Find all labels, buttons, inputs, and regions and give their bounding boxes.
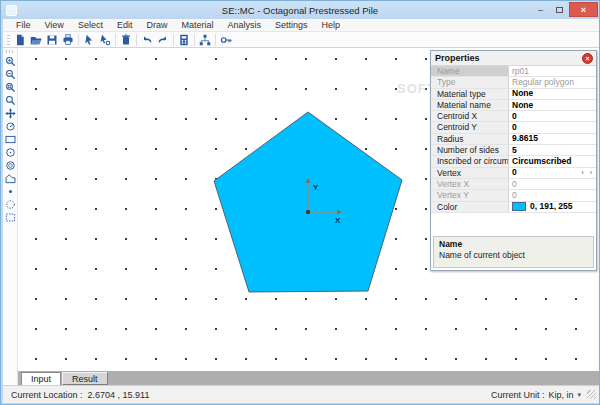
minimize-button[interactable]: – <box>531 2 550 17</box>
property-label: Vertex X <box>431 179 509 189</box>
zoom-in-button[interactable] <box>4 55 17 68</box>
rectangle-tool-button[interactable] <box>4 133 17 146</box>
circle-tool-button[interactable] <box>4 146 17 159</box>
save-button[interactable] <box>44 33 60 47</box>
property-row-centroid-y[interactable]: Centroid Y0 <box>431 122 596 133</box>
menu-select[interactable]: Select <box>71 19 110 32</box>
toolbar-separator <box>115 34 116 46</box>
toolbar-separator <box>215 34 216 46</box>
property-value[interactable]: None <box>509 100 596 110</box>
property-row-vertex-x[interactable]: Vertex X0 <box>431 179 596 190</box>
property-row-radius[interactable]: Radius9.8615 <box>431 134 596 145</box>
property-label: Vertex Y <box>431 190 509 200</box>
property-value[interactable]: 0‹ › <box>509 168 596 178</box>
new-file-button[interactable] <box>12 33 28 47</box>
color-swatch[interactable] <box>512 202 526 211</box>
open-icon <box>30 34 42 46</box>
resize-grip[interactable] <box>587 390 596 399</box>
property-label: Centroid Y <box>431 122 509 132</box>
delete-button[interactable] <box>118 33 134 47</box>
zoom-window-button[interactable] <box>4 81 17 94</box>
property-description-box: Name Name of current object <box>433 236 594 268</box>
property-value[interactable]: None <box>509 89 596 99</box>
menu-view[interactable]: View <box>38 19 71 32</box>
properties-panel: Properties × Namerp01TypeRegular polygon… <box>430 50 597 271</box>
property-value[interactable]: 9.8615 <box>509 134 596 144</box>
property-row-material-type[interactable]: Material typeNone <box>431 89 596 100</box>
close-button[interactable]: × <box>569 2 598 17</box>
property-description-title: Name <box>439 239 588 249</box>
zoom-in-icon <box>5 56 16 67</box>
rotate-button[interactable] <box>4 120 17 133</box>
select-rectangle-button[interactable] <box>4 211 17 224</box>
calculator-button[interactable] <box>176 33 192 47</box>
vertex-spinner[interactable]: ‹ › <box>581 168 594 178</box>
connect-nodes-button[interactable] <box>197 33 213 47</box>
pan-button[interactable] <box>4 107 17 120</box>
undo-button[interactable] <box>139 33 155 47</box>
menu-material[interactable]: Material <box>174 19 220 32</box>
property-row-vertex-y[interactable]: Vertex Y0 <box>431 190 596 201</box>
property-value-text: 5 <box>512 145 517 155</box>
y-axis-label: Y <box>313 183 319 192</box>
print-icon <box>62 34 74 46</box>
bottom-tab-strip: InputResult <box>18 371 599 385</box>
menu-settings[interactable]: Settings <box>268 19 315 32</box>
menu-file[interactable]: File <box>9 19 38 32</box>
zoom-out-icon <box>5 69 16 80</box>
property-label: Color <box>431 202 509 212</box>
key-button[interactable] <box>218 33 234 47</box>
select-circle-button[interactable] <box>4 198 17 211</box>
property-row-material-name[interactable]: Material nameNone <box>431 100 596 111</box>
key-icon <box>220 34 232 46</box>
rectangle-tool-icon <box>5 134 16 145</box>
property-value[interactable]: 0, 191, 255 <box>509 202 596 212</box>
toolbar <box>3 32 599 48</box>
point-tool-icon <box>5 186 16 197</box>
property-value[interactable]: Circumscribed <box>509 156 596 166</box>
property-row-name[interactable]: Namerp01 <box>431 66 596 77</box>
property-value[interactable]: 5 <box>509 145 596 155</box>
property-value-text: 0 <box>512 190 517 200</box>
concentric-circle-tool-icon <box>5 160 16 171</box>
property-label: Radius <box>431 134 509 144</box>
property-row-type[interactable]: TypeRegular polygon <box>431 77 596 88</box>
property-value[interactable]: 0 <box>509 122 596 132</box>
tab-result[interactable]: Result <box>62 372 108 385</box>
current-unit-label: Current Unit : <box>491 390 545 400</box>
property-label: Material name <box>431 100 509 110</box>
property-row-number-of-sides[interactable]: Number of sides5 <box>431 145 596 156</box>
property-value[interactable]: 0 <box>509 111 596 121</box>
undo-icon <box>141 34 153 46</box>
current-unit-value[interactable]: Kip, in <box>548 390 573 400</box>
maximize-button[interactable] <box>550 2 569 17</box>
property-value-text: None <box>512 100 533 110</box>
properties-close-button[interactable]: × <box>582 53 593 64</box>
concentric-circle-tool-button[interactable] <box>4 159 17 172</box>
zoom-out-button[interactable] <box>4 68 17 81</box>
print-button[interactable] <box>60 33 76 47</box>
property-row-centroid-x[interactable]: Centroid X0 <box>431 111 596 122</box>
properties-header: Properties × <box>431 51 596 66</box>
property-row-inscribed-or-circumsc[interactable]: Inscribed or circumscCircumscribed <box>431 156 596 167</box>
tab-input[interactable]: Input <box>21 372 61 385</box>
properties-filler <box>431 213 596 234</box>
point-tool-button[interactable] <box>4 185 17 198</box>
menu-bar: FileViewSelectEditDrawMaterialAnalysisSe… <box>3 19 599 32</box>
property-row-vertex[interactable]: Vertex0‹ › <box>431 168 596 179</box>
select-cursor-alt-button[interactable] <box>97 33 113 47</box>
select-cursor-button[interactable] <box>81 33 97 47</box>
menu-analysis[interactable]: Analysis <box>220 19 268 32</box>
unit-dropdown-icon[interactable]: ▾ <box>577 391 581 399</box>
open-button[interactable] <box>28 33 44 47</box>
redo-button[interactable] <box>155 33 171 47</box>
menu-help[interactable]: Help <box>314 19 347 32</box>
menu-draw[interactable]: Draw <box>139 19 174 32</box>
property-value-text: 0, 191, 255 <box>530 202 573 212</box>
menu-edit[interactable]: Edit <box>110 19 140 32</box>
zoom-extents-button[interactable] <box>4 94 17 107</box>
polygon-tool-button[interactable] <box>4 172 17 185</box>
calculator-icon <box>178 34 190 46</box>
property-row-color[interactable]: Color0, 191, 255 <box>431 202 596 213</box>
select-circle-icon <box>5 199 16 210</box>
